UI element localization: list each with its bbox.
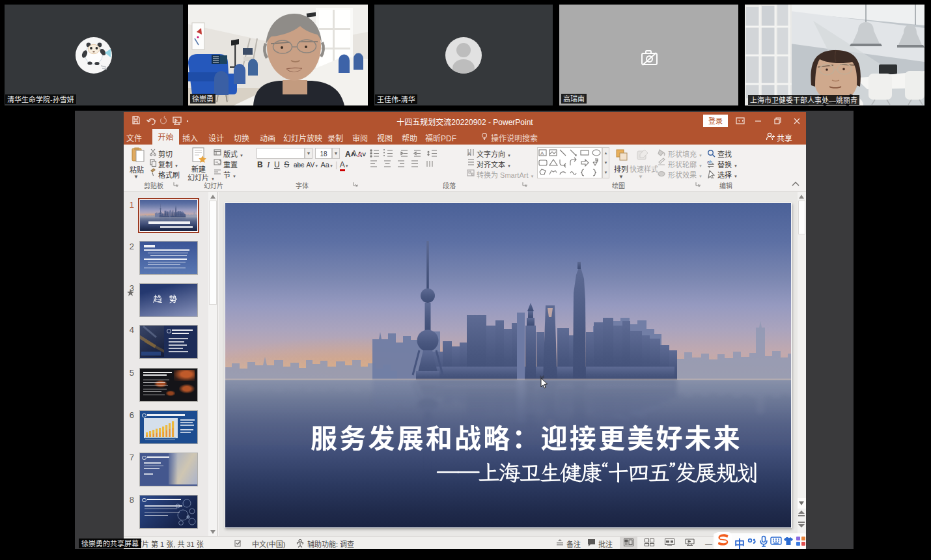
- svg-text:A: A: [467, 150, 471, 157]
- svg-text:A: A: [540, 149, 544, 156]
- svg-text:A: A: [352, 149, 357, 158]
- svg-text:ab: ab: [707, 160, 712, 165]
